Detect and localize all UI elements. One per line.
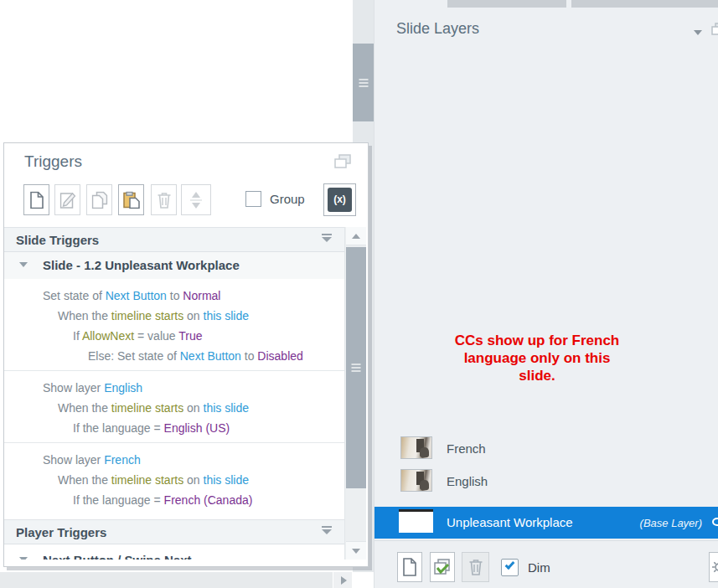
duplicate-layer-button[interactable] (430, 552, 455, 582)
layer-row[interactable]: French (374, 433, 718, 465)
delete-trigger-button[interactable] (151, 184, 177, 215)
trigger-line: When the timeline starts on this slide (4, 306, 344, 326)
eye-icon[interactable] (712, 518, 718, 526)
tab-strip-segment[interactable] (447, 0, 566, 8)
triggers-panel: Triggers (3, 142, 369, 567)
collapse-caret-icon[interactable] (19, 262, 28, 267)
copy-trigger-icon (91, 191, 107, 209)
reorder-triggers-icon (190, 190, 202, 210)
layer-thumbnail (399, 509, 433, 533)
triggers-toolbar: Group (x) (4, 182, 368, 224)
scrollbar-corner (352, 572, 374, 588)
copy-trigger-button[interactable] (86, 184, 112, 215)
panel-options-icon[interactable] (710, 23, 718, 36)
canvas-horizontal-scrollbar[interactable] (0, 572, 352, 588)
layer-row[interactable]: Unpleasant Workplace(Base Layer) (374, 507, 718, 539)
layer-label: English (447, 474, 488, 488)
scroll-down-button[interactable] (346, 541, 366, 560)
triggers-scrollbar-thumb[interactable] (346, 247, 366, 488)
layer-properties-button[interactable] (709, 552, 718, 582)
arrow-down-icon (352, 549, 360, 554)
trigger-item[interactable]: Show layer FrenchWhen the timeline start… (4, 443, 344, 514)
canvas-vertical-scrollbar-thumb[interactable] (353, 44, 374, 121)
scroll-up-button[interactable] (346, 227, 366, 245)
variables-icon: (x) (328, 188, 352, 212)
tab-strip-segment[interactable] (571, 0, 718, 8)
duplicate-layer-icon (434, 559, 451, 575)
layer-label: Unpleasant Workplace (447, 515, 573, 529)
scrollbar-grip-icon (359, 77, 368, 89)
trigger-line: Else: Set state of Next Button to Disabl… (4, 346, 344, 366)
new-layer-button[interactable] (397, 552, 422, 582)
new-trigger-icon (29, 191, 44, 209)
trigger-item[interactable]: Set state of Next Button to NormalWhen t… (4, 279, 344, 371)
new-trigger-button[interactable] (23, 184, 49, 215)
player-trigger-group-row[interactable]: Next Button / Swipe Next (4, 544, 344, 560)
layers-toolbar: Dim (374, 540, 718, 588)
layer-thumbnail (400, 436, 432, 459)
arrow-up-icon (352, 234, 360, 239)
trigger-line: Set state of Next Button to Normal (4, 286, 344, 306)
trigger-line: If the language = English (US) (4, 418, 344, 438)
base-layer-badge: (Base Layer) (640, 517, 702, 529)
trigger-line: Show layer French (4, 450, 344, 470)
trigger-line: When the timeline starts on this slide (4, 470, 344, 490)
dim-label: Dim (528, 560, 550, 575)
edit-trigger-button[interactable] (54, 184, 80, 215)
arrow-right-icon (341, 576, 347, 585)
group-checkbox[interactable] (245, 191, 261, 207)
slide-layers-panel: Slide Layers CCs show up for Frenchlangu… (374, 0, 718, 588)
slide-layers-title: Slide Layers (396, 20, 479, 38)
triggers-list: Slide Triggers Slide - 1.2 Unpleasant Wo… (4, 227, 344, 560)
storyline-workspace: Slide Layers CCs show up for Frenchlangu… (0, 0, 718, 588)
layer-label: French (447, 441, 486, 456)
collapse-caret-icon[interactable] (19, 557, 28, 560)
collapse-all-icon[interactable] (322, 234, 332, 244)
group-label: Group (270, 192, 305, 206)
annotation-text: CCs show up for Frenchlanguage only on t… (403, 332, 671, 384)
delete-layer-icon (468, 559, 483, 575)
player-triggers-header: Player Triggers (4, 519, 344, 544)
delete-layer-button[interactable] (462, 552, 489, 582)
checkmark-icon (505, 560, 515, 570)
trigger-line: When the timeline starts on this slide (4, 398, 344, 418)
trigger-line: If the language = French (Canada) (4, 490, 344, 510)
chevron-down-icon[interactable] (694, 30, 702, 35)
delete-trigger-icon (157, 192, 171, 209)
scrollbar-grip-icon (352, 362, 361, 374)
paste-trigger-button[interactable] (118, 184, 144, 215)
dim-checkbox[interactable] (501, 559, 519, 576)
slide-triggers-header: Slide Triggers (4, 227, 344, 252)
annotation-line: slide. (403, 367, 671, 384)
paste-trigger-icon (123, 191, 140, 209)
trigger-item[interactable]: Show layer EnglishWhen the timeline star… (4, 371, 344, 443)
annotation-line: CCs show up for French (403, 332, 671, 349)
reorder-trigger-button[interactable] (181, 184, 211, 215)
triggers-title: Triggers (24, 152, 82, 171)
scroll-right-button[interactable] (333, 572, 352, 588)
edit-trigger-icon (59, 192, 75, 209)
annotation-line: language only on this (403, 349, 671, 367)
slide-trigger-group-row[interactable]: Slide - 1.2 Unpleasant Workplace (4, 252, 344, 279)
trigger-line: If AllowNext = value True (4, 326, 344, 346)
variables-button[interactable]: (x) (323, 183, 356, 216)
layer-row[interactable]: English (374, 466, 718, 498)
triggers-scrollbar[interactable] (344, 227, 366, 560)
gear-icon (711, 560, 718, 575)
new-layer-icon (402, 558, 417, 576)
panel-options-icon[interactable] (333, 154, 352, 169)
trigger-line: Show layer English (4, 378, 344, 398)
collapse-all-icon[interactable] (322, 526, 332, 536)
layer-thumbnail (400, 469, 432, 492)
